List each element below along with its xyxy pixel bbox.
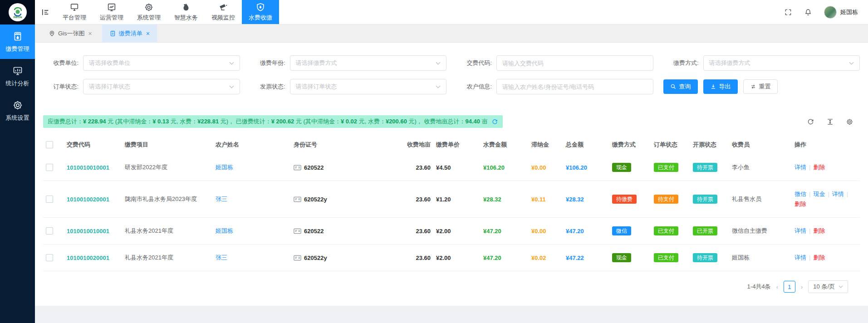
- cell-collector: 礼县售水员: [732, 196, 761, 202]
- filter-order-status: 订单状态: 请选择订单状态: [43, 79, 240, 94]
- action-link[interactable]: 详情: [794, 254, 806, 261]
- col-header: 身份证号: [291, 135, 390, 154]
- order-status-select[interactable]: 请选择订单状态: [83, 79, 240, 94]
- page-number[interactable]: 1: [784, 281, 795, 293]
- cell-project: 礼县水务2021年度: [125, 227, 173, 234]
- select-placeholder: 请选择订单状态: [89, 83, 229, 91]
- cell-project: 陇南市礼县水务局2023年度: [125, 196, 197, 202]
- payment-code-input[interactable]: [496, 55, 653, 71]
- order-status-badge: 已支付: [654, 226, 678, 235]
- action-separator: |: [847, 191, 848, 197]
- nav-item-platform[interactable]: 平台管理: [56, 0, 93, 24]
- filter-label: 交费代码:: [456, 59, 492, 67]
- cell-code: 1010010010001: [67, 228, 109, 235]
- brand-logo[interactable]: RIEON: [0, 0, 35, 24]
- map-pin-icon: [49, 30, 55, 37]
- farmer-link[interactable]: 姬国栋: [216, 227, 233, 234]
- user-menu[interactable]: 姬国栋: [824, 6, 858, 19]
- action-link[interactable]: 微信: [794, 191, 806, 197]
- cell-total: ¥47.20: [566, 228, 584, 235]
- bell-icon[interactable]: [804, 8, 812, 16]
- delete-action-link[interactable]: 删除: [813, 164, 825, 171]
- sidebar-item-statistics[interactable]: 统计分析: [0, 59, 35, 93]
- menu-fold-icon[interactable]: [35, 0, 56, 24]
- brand-logo-circle: RIEON: [9, 3, 27, 21]
- row-height-icon[interactable]: [826, 118, 834, 126]
- nav-item-water-fee[interactable]: 水费收缴: [242, 0, 279, 24]
- main-area: 平台管理 运营管理 系统管理: [35, 0, 868, 323]
- nav-item-video-monitor[interactable]: 视频监控: [205, 0, 242, 24]
- tab-gis-map[interactable]: Gis一张图 ×: [41, 24, 99, 43]
- refresh-icon[interactable]: [807, 118, 814, 126]
- action-link[interactable]: 现金: [813, 191, 825, 197]
- action-link[interactable]: 详情: [794, 227, 806, 234]
- brand-logo-icon: RIEON: [9, 3, 27, 21]
- search-button[interactable]: 查询: [663, 79, 698, 94]
- tab-payment-list[interactable]: 缴费清单 ×: [102, 24, 157, 43]
- tab-label: Gis一张图: [58, 29, 85, 38]
- charge-unit-select[interactable]: 请选择收费单位: [83, 55, 240, 71]
- farmer-link[interactable]: 张三: [216, 254, 227, 261]
- summary-text: 应缴费总计：¥ 228.94 元 (其中滞纳金：¥ 0.13 元, 水费：¥22…: [48, 117, 488, 126]
- tab-close-icon[interactable]: ×: [146, 30, 150, 37]
- prev-page-icon[interactable]: ‹: [775, 284, 779, 290]
- cell-code: 1010010020001: [67, 196, 109, 203]
- payment-year-select[interactable]: 请选择缴费方式: [290, 55, 447, 71]
- select-all-checkbox[interactable]: [46, 141, 53, 148]
- chevron-down-icon: [436, 62, 441, 65]
- cell-collector: 姬国栋: [732, 254, 750, 261]
- invoice-status-badge: 待开票: [693, 253, 717, 262]
- cell-area: 23.60: [416, 164, 431, 171]
- pay-method-badge: 待缴费: [612, 195, 637, 204]
- action-link[interactable]: 详情: [794, 164, 806, 171]
- chevron-down-icon: [849, 62, 854, 65]
- col-header: 滞纳金: [529, 135, 563, 154]
- summary-segment: ¥ 228.94: [83, 118, 108, 125]
- filter-label: 订单状态:: [43, 83, 78, 91]
- col-header: 收费地亩: [390, 135, 433, 154]
- nav-item-system[interactable]: 系统管理: [130, 0, 167, 24]
- topnav-right: 姬国栋: [784, 0, 868, 24]
- payment-method-select[interactable]: 请选择缴费方式: [703, 55, 860, 71]
- farmer-link[interactable]: 姬国栋: [216, 164, 233, 171]
- cell-unit-price: ¥1.20: [436, 196, 451, 203]
- delete-action-link[interactable]: 删除: [813, 227, 825, 234]
- nav-item-label: 系统管理: [137, 14, 161, 22]
- delete-action-link[interactable]: 删除: [794, 201, 806, 207]
- content-panel: 收费单位: 请选择收费单位 缴费年份: 请选择缴费方式: [35, 43, 868, 306]
- delete-action-link[interactable]: 删除: [813, 254, 825, 261]
- cell-actions: 详情|删除: [792, 245, 860, 271]
- row-checkbox[interactable]: [46, 254, 53, 261]
- tab-close-icon[interactable]: ×: [88, 30, 92, 37]
- action-separator: |: [828, 191, 829, 197]
- page-size-value: 10 条/页: [813, 283, 835, 291]
- nav-item-operations[interactable]: 运营管理: [93, 0, 130, 24]
- column-settings-gear-icon[interactable]: [846, 118, 853, 126]
- farmer-link[interactable]: 张三: [216, 196, 227, 202]
- sidebar-item-system-settings[interactable]: 系统设置: [0, 93, 35, 128]
- summary-segment: 元 (其中滞纳金：: [296, 118, 341, 125]
- page-content: 收费单位: 请选择收费单位 缴费年份: 请选择缴费方式: [35, 43, 868, 323]
- row-checkbox[interactable]: [46, 196, 53, 203]
- filter-charge-unit: 收费单位: 请选择收费单位: [43, 55, 240, 71]
- nav-item-smart-water[interactable]: 智慧水务: [167, 0, 205, 24]
- summary-segment: 元)， 收费地亩总计：: [409, 118, 466, 125]
- refresh-icon[interactable]: [491, 118, 498, 125]
- fullscreen-icon[interactable]: [784, 8, 792, 16]
- app-root: RIEON 缴费管理 统计分析: [0, 0, 868, 323]
- table-header: 交费代码 缴费项目 农户姓名 身份证号 收费地亩 缴费单价 水费金额 滞纳金 总…: [43, 135, 860, 154]
- farmer-info-input[interactable]: [496, 79, 653, 94]
- action-link[interactable]: 详情: [832, 191, 844, 197]
- next-page-icon[interactable]: ›: [800, 284, 804, 290]
- invoice-status-select[interactable]: 请选择订单状态: [290, 79, 447, 94]
- cell-water-fee: ¥106.20: [483, 164, 505, 171]
- page-size-select[interactable]: 10 条/页: [808, 280, 848, 293]
- row-checkbox[interactable]: [46, 227, 53, 235]
- col-header: 总金额: [563, 135, 609, 154]
- sidebar-item-payment-management[interactable]: 缴费管理: [0, 24, 35, 59]
- reset-button[interactable]: 重置: [743, 79, 778, 94]
- export-button[interactable]: 导出: [703, 79, 738, 94]
- table-body: 1010010010001 研发部2022年度 姬国栋 620522 23.60…: [43, 154, 860, 271]
- cell-late-fee: ¥0.02: [531, 254, 546, 261]
- row-checkbox[interactable]: [46, 164, 53, 171]
